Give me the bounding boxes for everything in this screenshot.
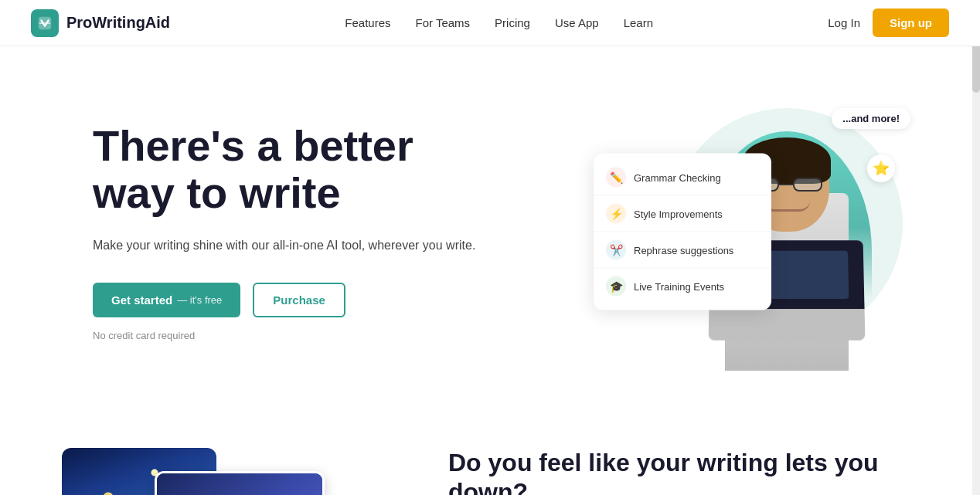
signup-button[interactable]: Sign up bbox=[873, 8, 949, 37]
get-started-label: Get started bbox=[111, 293, 172, 307]
section2: My idea in my head Do you feel like your… bbox=[0, 402, 980, 495]
section2-image-area: My idea in my head bbox=[62, 448, 386, 495]
navbar: ProWritingAid Features For Teams Pricing… bbox=[0, 0, 980, 46]
nav-features[interactable]: Features bbox=[345, 16, 390, 29]
feature-grammar: ✏️ Grammar Checking bbox=[594, 160, 771, 196]
training-icon: 🎓 bbox=[606, 276, 626, 297]
nav-use-app[interactable]: Use App bbox=[555, 16, 599, 29]
hero-subtitle: Make your writing shine with our all-in-… bbox=[93, 236, 475, 256]
nav-for-teams[interactable]: For Teams bbox=[416, 16, 471, 29]
nav-actions: Log In Sign up bbox=[828, 8, 949, 37]
nav-pricing[interactable]: Pricing bbox=[495, 16, 530, 29]
hero-illustration: ✏️ Grammar Checking ⚡ Style Improvements… bbox=[594, 93, 918, 371]
logo-area: ProWritingAid bbox=[31, 9, 170, 37]
get-started-button[interactable]: Get started — it's free bbox=[93, 283, 240, 317]
style-icon: ⚡ bbox=[606, 204, 626, 224]
purchase-button[interactable]: Purchase bbox=[253, 283, 345, 317]
logo-icon[interactable] bbox=[31, 9, 59, 37]
nav-links: Features For Teams Pricing Use App Learn bbox=[345, 16, 653, 29]
image-front: My idea in my head bbox=[155, 471, 325, 495]
nav-learn[interactable]: Learn bbox=[624, 16, 653, 29]
hero-title: There's a better way to write bbox=[93, 122, 475, 217]
hero-buttons: Get started — it's free Purchase bbox=[93, 283, 475, 317]
feature-style: ⚡ Style Improvements bbox=[594, 196, 771, 232]
hero-section: There's a better way to write Make your … bbox=[0, 46, 980, 402]
rephrase-icon: ✂️ bbox=[606, 240, 626, 260]
feature-training: 🎓 Live Training Events bbox=[594, 269, 771, 304]
star-badge: ⭐ bbox=[867, 154, 895, 182]
scrollbar-track[interactable] bbox=[972, 0, 980, 495]
image-stack: My idea in my head bbox=[62, 448, 325, 495]
and-more-bubble: ...and more! bbox=[832, 108, 910, 129]
grammar-label: Grammar Checking bbox=[634, 171, 721, 183]
features-panel: ✏️ Grammar Checking ⚡ Style Improvements… bbox=[594, 154, 771, 310]
feature-rephrase: ✂️ Rephrase suggestions bbox=[594, 232, 771, 269]
section2-title: Do you feel like your writing lets you d… bbox=[448, 448, 918, 495]
style-label: Style Improvements bbox=[634, 208, 723, 219]
front-pattern bbox=[157, 473, 322, 495]
grammar-icon: ✏️ bbox=[606, 168, 626, 188]
rephrase-label: Rephrase suggestions bbox=[634, 244, 733, 256]
no-cc-text: No credit card required bbox=[93, 330, 475, 341]
section2-text-area: Do you feel like your writing lets you d… bbox=[448, 448, 918, 495]
training-label: Live Training Events bbox=[634, 280, 724, 292]
brand-name: ProWritingAid bbox=[66, 14, 170, 32]
hero-content: There's a better way to write Make your … bbox=[93, 122, 475, 342]
free-label: — it's free bbox=[177, 294, 222, 306]
login-button[interactable]: Log In bbox=[828, 16, 860, 29]
